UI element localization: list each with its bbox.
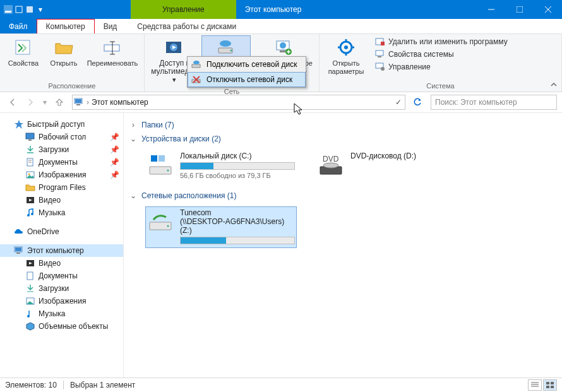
svg-rect-5	[517, 6, 523, 13]
qat-item[interactable]	[25, 5, 34, 14]
documents-icon	[25, 157, 35, 167]
network-drive-z[interactable]: Tunecom (\\DESKTOP-AG6FNA3\Users) (Z:)	[145, 206, 297, 248]
rename-button[interactable]: Переименовать	[85, 35, 140, 70]
manage-button[interactable]: Управление	[373, 61, 510, 73]
svg-rect-82	[546, 386, 549, 388]
network-drive-icon	[191, 59, 201, 69]
tree-this-pc[interactable]: Этот компьютер	[0, 244, 123, 257]
group-folders-header[interactable]: › Папки (7)	[126, 118, 559, 132]
app-icon	[4, 5, 13, 14]
capacity-bar	[180, 162, 295, 170]
map-drive-dropdown: Подключить сетевой диск Отключить сетево…	[187, 56, 306, 88]
maximize-button[interactable]	[505, 0, 534, 19]
quick-access-toolbar: ▾	[0, 0, 49, 19]
downloads-icon	[25, 283, 35, 294]
tree-videos-2[interactable]: Видео	[0, 257, 123, 270]
recent-dropdown-icon[interactable]: ▾	[40, 95, 49, 110]
system-properties-button[interactable]: Свойства системы	[373, 48, 510, 61]
ribbon-group-location: Свойства Открыть Переименовать Расположе…	[0, 34, 145, 92]
desktop-icon	[25, 132, 35, 142]
address-text: Этот компьютер	[92, 98, 391, 107]
refresh-button[interactable]	[410, 95, 424, 109]
svg-rect-47	[26, 133, 34, 139]
forward-button[interactable]	[23, 95, 38, 110]
music-icon	[25, 309, 35, 319]
tree-documents-2[interactable]: Документы	[0, 270, 123, 282]
properties-button[interactable]: Свойства	[4, 35, 43, 70]
contextual-tab-label: Управление	[131, 0, 236, 19]
folder-open-icon	[54, 38, 74, 58]
svg-text:DVD: DVD	[323, 155, 339, 163]
minimize-button[interactable]	[477, 0, 505, 19]
back-button[interactable]	[5, 95, 20, 110]
tab-disk-tools[interactable]: Средства работы с дисками	[126, 19, 248, 33]
computer-icon	[375, 49, 385, 59]
dvd-drive-icon: DVD	[318, 151, 344, 178]
status-element-count: Элементов: 10	[5, 381, 57, 389]
address-dropdown-icon[interactable]: ✓	[393, 98, 404, 107]
videos-icon	[25, 195, 35, 205]
qat-dropdown-icon[interactable]: ▾	[36, 5, 45, 14]
collapse-ribbon-button[interactable]	[548, 79, 559, 90]
svg-rect-71	[158, 155, 165, 162]
content-pane[interactable]: › Папки (7) ⌄ Устройства и диски (2) Лок…	[124, 113, 562, 377]
tree-pictures[interactable]: Изображения📌	[0, 169, 123, 181]
open-button[interactable]: Открыть	[44, 35, 83, 70]
network-drive-icon	[147, 208, 174, 235]
svg-rect-44	[76, 104, 80, 105]
explorer-body: Быстрый доступ Рабочий стол📌 Загрузки📌 Д…	[0, 113, 562, 377]
tree-pictures-2[interactable]: Изображения	[0, 295, 123, 307]
svg-rect-48	[28, 140, 32, 141]
group-network-header[interactable]: ⌄ Сетевые расположения (1)	[126, 189, 559, 203]
tab-file[interactable]: Файл	[0, 19, 37, 33]
close-button[interactable]	[534, 0, 562, 19]
chevron-right-icon: ›	[129, 121, 138, 129]
drive-local-c[interactable]: Локальный диск (C:) 56,6 ГБ свободно из …	[145, 150, 297, 181]
tree-downloads-2[interactable]: Загрузки	[0, 282, 123, 295]
svg-rect-8	[16, 40, 30, 54]
uninstall-program-button[interactable]: Удалить или изменить программу	[373, 35, 510, 48]
chevron-down-icon: ⌄	[129, 191, 138, 200]
hard-drive-icon	[147, 151, 174, 178]
tree-downloads[interactable]: Загрузки📌	[0, 143, 123, 156]
svg-point-38	[193, 61, 200, 64]
tree-program-files[interactable]: Program Files	[0, 181, 123, 194]
ribbon-group-system: Открыть параметры Удалить или изменить п…	[320, 34, 562, 92]
network-drive-icon	[216, 38, 236, 58]
tree-onedrive[interactable]: OneDrive	[0, 225, 123, 238]
tree-music-2[interactable]: Музыка	[0, 307, 123, 320]
settings-icon	[336, 38, 356, 58]
view-icons-button[interactable]	[543, 379, 557, 391]
svg-point-36	[381, 67, 385, 71]
media-icon	[164, 38, 184, 58]
tree-documents[interactable]: Документы📌	[0, 156, 123, 169]
tab-view[interactable]: Вид	[95, 19, 126, 33]
svg-point-74	[323, 163, 338, 168]
svg-rect-32	[381, 42, 385, 45]
qat-item[interactable]	[15, 5, 23, 14]
tree-videos[interactable]: Видео	[0, 194, 123, 206]
view-details-button[interactable]	[528, 379, 542, 391]
pin-icon: 📌	[110, 170, 119, 179]
tab-computer[interactable]: Компьютер	[37, 19, 95, 33]
svg-point-17	[230, 50, 232, 52]
this-pc-icon	[14, 246, 24, 256]
search-box[interactable]: Поиск: Этот компьютер	[431, 95, 557, 110]
group-devices-header[interactable]: ⌄ Устройства и диски (2)	[126, 132, 559, 146]
dropdown-disconnect-item[interactable]: Отключить сетевой диск	[188, 72, 306, 87]
tree-3d-objects[interactable]: Объемные объекты	[0, 320, 123, 333]
drive-dvd-d[interactable]: DVD DVD-дисковод (D:)	[316, 150, 442, 181]
navigation-tree[interactable]: Быстрый доступ Рабочий стол📌 Загрузки📌 Д…	[0, 113, 124, 377]
tree-quick-access[interactable]: Быстрый доступ	[0, 118, 123, 131]
dropdown-connect-item[interactable]: Подключить сетевой диск	[188, 57, 306, 72]
svg-rect-81	[551, 382, 554, 384]
svg-rect-80	[546, 382, 549, 384]
pin-icon: 📌	[110, 158, 119, 167]
tree-desktop[interactable]: Рабочий стол📌	[0, 131, 123, 143]
pin-icon: 📌	[110, 145, 119, 154]
svg-point-20	[280, 42, 286, 49]
open-settings-button[interactable]: Открыть параметры	[323, 35, 369, 78]
tree-music[interactable]: Музыка	[0, 206, 123, 219]
up-button[interactable]	[52, 95, 67, 110]
videos-icon	[25, 258, 35, 268]
